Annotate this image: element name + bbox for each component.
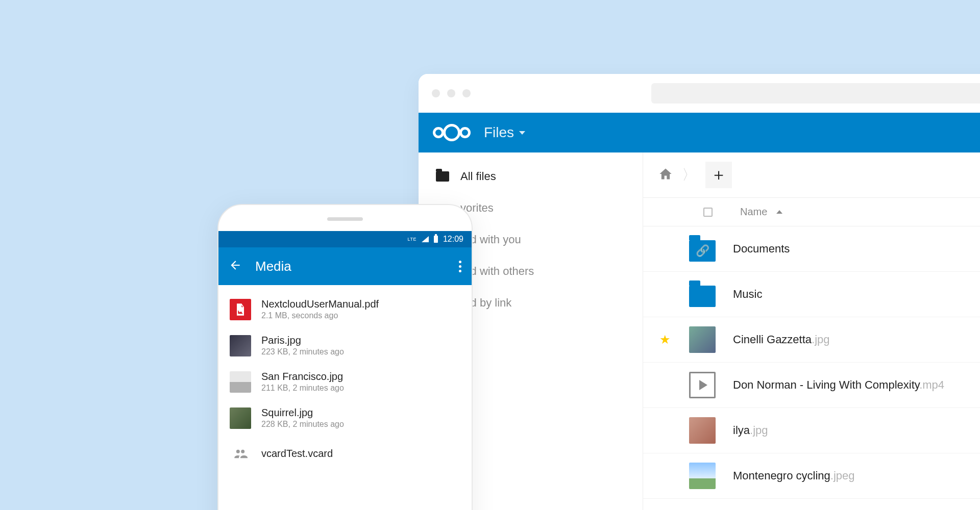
file-meta: 223 KB, 2 minutes ago <box>261 347 344 356</box>
file-name: ilya.jpg <box>733 424 768 437</box>
column-header-name[interactable]: Name <box>740 206 767 218</box>
folder-icon <box>689 281 716 308</box>
image-thumbnail <box>230 407 251 429</box>
file-row[interactable]: Montenegro cycling.jpeg <box>643 453 980 499</box>
image-thumbnail <box>230 371 251 393</box>
app-menu-label: Files <box>484 124 514 141</box>
app-bar-title: Media <box>255 259 446 274</box>
add-button[interactable]: ＋ <box>705 162 732 188</box>
breadcrumb-separator-icon: 〉 <box>682 165 696 185</box>
file-row[interactable]: ilya.jpg <box>643 408 980 453</box>
file-name: Montenegro cycling.jpeg <box>733 469 855 482</box>
sidebar-item-label: All files <box>460 170 496 183</box>
contacts-icon <box>230 443 251 465</box>
chevron-down-icon <box>519 131 525 135</box>
link-icon: 🔗 <box>689 240 716 262</box>
list-item[interactable]: San Francisco.jpg 211 KB, 2 minutes ago <box>218 364 472 400</box>
logo-circle-icon <box>433 127 444 138</box>
file-meta: 2.1 MB, seconds ago <box>261 311 379 320</box>
file-name: vcardTest.vcard <box>261 448 333 460</box>
network-label: LTE <box>408 237 416 242</box>
logo-circle-icon <box>443 124 460 141</box>
file-row[interactable]: 🔗 Documents <box>643 226 980 272</box>
list-item[interactable]: vcardTest.vcard <box>218 436 472 472</box>
image-thumbnail <box>689 463 716 489</box>
image-thumbnail <box>689 326 716 353</box>
file-name: Cinelli Gazzetta.jpg <box>733 333 830 346</box>
select-all-checkbox[interactable] <box>703 208 713 217</box>
dot-icon <box>459 265 461 268</box>
sort-ascending-icon <box>776 210 782 214</box>
sidebar-item-all-files[interactable]: All files <box>419 161 643 192</box>
file-name: Documents <box>733 242 790 256</box>
app-header: Files <box>419 113 980 152</box>
file-list: NextcloudUserManual.pdf 2.1 MB, seconds … <box>218 285 472 478</box>
phone-mockup: LTE 12:09 Media NextcloudUserManual.pdf … <box>217 204 473 510</box>
image-thumbnail <box>689 417 716 444</box>
file-name: San Francisco.jpg <box>261 371 344 382</box>
folder-shared-icon: 🔗 <box>689 236 716 262</box>
toolbar: 〉 ＋ <box>643 152 980 198</box>
list-item[interactable]: Squirrel.jpg 228 KB, 2 minutes ago <box>218 400 472 436</box>
browser-chrome <box>419 74 980 113</box>
video-thumbnail-icon <box>689 372 716 398</box>
file-name: Music <box>733 288 762 301</box>
dot-icon <box>459 270 461 272</box>
plus-icon: ＋ <box>710 164 727 186</box>
folder-icon <box>436 171 449 182</box>
url-bar[interactable] <box>651 83 980 104</box>
image-thumbnail <box>230 335 251 356</box>
file-row[interactable]: Don Norman - Living With Complexity.mp4 <box>643 363 980 408</box>
pdf-icon <box>230 299 251 320</box>
file-name: Squirrel.jpg <box>261 407 344 419</box>
star-icon: ★ <box>659 333 671 347</box>
battery-icon <box>434 236 438 243</box>
table-header: Name <box>643 198 980 226</box>
signal-icon <box>422 236 429 242</box>
list-item[interactable]: NextcloudUserManual.pdf 2.1 MB, seconds … <box>218 291 472 327</box>
content-area: 〉 ＋ Name 🔗 Documents <box>643 152 980 510</box>
file-row[interactable]: ★ Cinelli Gazzetta.jpg <box>643 317 980 363</box>
nextcloud-logo[interactable] <box>433 124 471 141</box>
file-name: Don Norman - Living With Complexity.mp4 <box>733 378 944 392</box>
home-icon[interactable] <box>658 167 673 183</box>
file-meta: 211 KB, 2 minutes ago <box>261 384 344 393</box>
back-button[interactable] <box>229 259 242 274</box>
file-name: Paris.jpg <box>261 335 344 346</box>
favorite-slot[interactable]: ★ <box>658 333 672 347</box>
app-menu-files[interactable]: Files <box>484 124 525 141</box>
browser-window: Files All files vorites red with you red… <box>419 74 980 510</box>
logo-circle-icon <box>459 127 471 138</box>
file-meta: 228 KB, 2 minutes ago <box>261 420 344 429</box>
list-item[interactable]: Paris.jpg 223 KB, 2 minutes ago <box>218 327 472 364</box>
file-row[interactable]: Music <box>643 272 980 317</box>
status-time: 12:09 <box>443 235 463 244</box>
overflow-menu-button[interactable] <box>459 261 461 272</box>
traffic-light-maximize[interactable] <box>462 89 471 97</box>
file-name: NextcloudUserManual.pdf <box>261 298 379 310</box>
phone-speaker <box>327 217 363 221</box>
app-bar: Media <box>218 247 472 285</box>
dot-icon <box>459 261 461 263</box>
traffic-light-minimize[interactable] <box>447 89 455 97</box>
app-body: All files vorites red with you red with … <box>419 152 980 510</box>
status-bar: LTE 12:09 <box>218 231 472 247</box>
traffic-light-close[interactable] <box>432 89 440 97</box>
